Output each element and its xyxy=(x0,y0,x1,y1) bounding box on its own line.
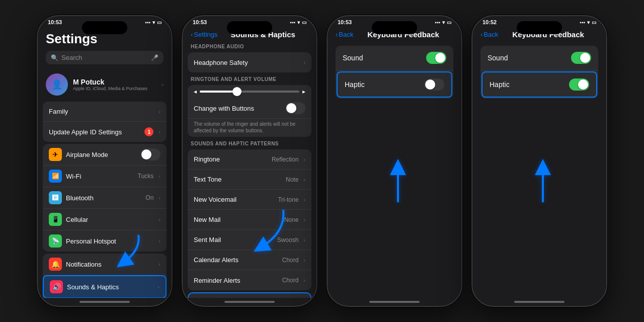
calendar-alerts-item[interactable]: Calendar Alerts Chord › xyxy=(188,250,311,270)
back-button-3[interactable]: ‹ Back xyxy=(336,31,353,38)
kf-section-4: Sound Haptic xyxy=(480,46,598,99)
signal-icon-4: ▪▪▪ xyxy=(580,20,585,25)
home-indicator-3 xyxy=(369,301,420,303)
calendar-alerts-chevron: › xyxy=(303,257,305,263)
new-voicemail-value: Tri-tone xyxy=(278,196,298,203)
change-with-buttons-item[interactable]: Change with Buttons xyxy=(188,98,311,119)
hotspot-icon: 📡 xyxy=(49,234,62,248)
keyboard-feedback-highlighted[interactable]: Keyboard Feedback Sound › xyxy=(188,292,311,298)
hotspot-chevron: › xyxy=(158,238,160,244)
reminder-alerts-value: Chord xyxy=(282,277,299,284)
time-2: 10:53 xyxy=(193,19,207,25)
new-voicemail-chevron: › xyxy=(303,197,305,203)
blue-arrow-3 xyxy=(378,157,418,207)
update-badge: 1 xyxy=(144,127,153,136)
family-label: Family xyxy=(49,108,153,115)
phone-3: 10:53 ▪▪▪ ▾ ▭ ‹ Back Keyboard Feedback S… xyxy=(327,15,462,307)
headphone-safety-chevron: › xyxy=(303,59,305,65)
headphone-safety-label: Headphone Safety xyxy=(194,59,298,66)
status-icons-1: ▪▪▪ ▾ ▭ xyxy=(145,20,162,25)
change-buttons-toggle[interactable] xyxy=(285,102,305,114)
ringtone-label: Ringtone xyxy=(194,155,268,163)
haptic-row-4[interactable]: Haptic xyxy=(482,72,596,97)
bluetooth-item[interactable]: 🅱 Bluetooth On › xyxy=(43,187,167,209)
kf-screen-4: Sound Haptic xyxy=(472,46,606,99)
wifi-chevron: › xyxy=(158,173,160,179)
sound-row-3[interactable]: Sound xyxy=(336,46,453,70)
family-section: Family › Update Apple ID Settings 1 › xyxy=(43,102,167,142)
vol-high-icon: ▸ xyxy=(302,88,305,95)
volume-fill xyxy=(200,91,234,93)
sound-row-4[interactable]: Sound xyxy=(480,46,598,70)
sound-toggle-3[interactable] xyxy=(426,52,446,64)
cellular-icon: 📱 xyxy=(49,213,62,226)
profile-info: M Potuck Apple ID, iCloud, Media & Purch… xyxy=(73,78,155,91)
haptic-label-3: Haptic xyxy=(345,80,420,89)
new-voicemail-item[interactable]: New Voicemail Tri-tone › xyxy=(188,190,311,210)
family-item[interactable]: Family › xyxy=(43,102,167,122)
haptic-row-3[interactable]: Haptic xyxy=(338,72,451,97)
wifi-value: Tucks xyxy=(138,173,154,180)
kf-screen-3: Sound Haptic xyxy=(328,46,461,99)
volume-slider[interactable] xyxy=(200,91,299,93)
haptic-highlighted-4: Haptic xyxy=(481,71,597,98)
new-mail-chevron: › xyxy=(303,217,305,223)
profile-chevron: › xyxy=(162,82,164,88)
haptic-label-4: Haptic xyxy=(490,80,565,89)
phone-1: 10:53 ▪▪▪ ▾ ▭ Settings 🔍 Search 🎤 👤 M Po… xyxy=(37,15,173,307)
screen-1: Settings 🔍 Search 🎤 👤 M Potuck Apple ID,… xyxy=(38,26,172,298)
ringtone-vol-header: RINGTONE AND ALERT VOLUME xyxy=(183,74,316,83)
cellular-item[interactable]: 📱 Cellular › xyxy=(43,209,167,230)
airplane-mode-icon: ✈ xyxy=(49,148,62,161)
cellular-chevron: › xyxy=(158,216,160,222)
sound-knob-3 xyxy=(435,53,445,63)
wifi-icon: 📶 xyxy=(49,170,62,183)
text-tone-item[interactable]: Text Tone Note › xyxy=(188,170,311,190)
search-bar[interactable]: 🔍 Search 🎤 xyxy=(46,51,164,64)
family-chevron: › xyxy=(158,109,160,115)
text-tone-value: Note xyxy=(286,176,298,183)
airplane-mode-item[interactable]: ✈ Airplane Mode xyxy=(43,144,167,166)
back-button-4[interactable]: ‹ Back xyxy=(480,31,498,38)
volume-slider-row[interactable]: ◂ ▸ xyxy=(188,85,311,98)
dynamic-island-4 xyxy=(517,21,562,34)
sound-label-3: Sound xyxy=(343,54,422,62)
volume-thumb[interactable] xyxy=(232,87,242,96)
update-item[interactable]: Update Apple ID Settings 1 › xyxy=(43,122,167,142)
home-indicator-2 xyxy=(224,301,275,303)
vol-low-icon: ◂ xyxy=(194,88,197,95)
bluetooth-icon: 🅱 xyxy=(49,191,62,204)
status-icons-3: ▪▪▪ ▾ ▭ xyxy=(435,20,451,25)
sounds-haptics-item[interactable]: 🔊 Sounds & Haptics › xyxy=(43,275,167,298)
headphone-section: Headphone Safety › xyxy=(188,52,311,72)
mic-icon: 🎤 xyxy=(151,54,158,61)
haptic-highlighted-3: Haptic xyxy=(337,71,452,98)
headphone-safety-item[interactable]: Headphone Safety › xyxy=(188,52,311,72)
haptic-toggle-3[interactable] xyxy=(424,78,444,91)
ringtone-item[interactable]: Ringtone Reflection › xyxy=(188,149,311,170)
bluetooth-value: On xyxy=(145,194,153,201)
blue-arrow-2 xyxy=(243,207,293,253)
profile-row[interactable]: 👤 M Potuck Apple ID, iCloud, Media & Pur… xyxy=(38,69,172,100)
time-4: 10:52 xyxy=(482,19,497,25)
update-label: Update Apple ID Settings xyxy=(49,128,140,136)
blue-arrow-4 xyxy=(523,157,563,207)
sound-knob-4 xyxy=(580,53,590,63)
home-indicator-1 xyxy=(79,301,130,303)
ringtone-section: ◂ ▸ Change with Buttons The volume of th… xyxy=(188,85,311,137)
sound-toggle-4[interactable] xyxy=(571,52,591,64)
update-chevron: › xyxy=(158,129,160,135)
phone-4: 10:52 ▪▪▪ ▾ ▭ ‹ Back Keyboard Feedback S… xyxy=(471,15,607,307)
dynamic-island-2 xyxy=(227,21,272,34)
sounds-haptics-chevron: › xyxy=(157,284,159,290)
sound-label-4: Sound xyxy=(488,54,567,62)
wifi-item[interactable]: 📶 Wi-Fi Tucks › xyxy=(43,166,167,187)
airplane-mode-toggle[interactable] xyxy=(140,148,160,160)
reminder-alerts-item[interactable]: Reminder Alerts Chord › xyxy=(188,270,311,290)
back-button-2[interactable]: ‹ Settings xyxy=(191,31,217,38)
search-placeholder: Search xyxy=(61,54,82,61)
haptic-toggle-4[interactable] xyxy=(569,78,589,91)
wifi-icon-1: ▾ xyxy=(152,20,155,25)
keyboard-feedback-item[interactable]: Keyboard Feedback Sound › xyxy=(189,293,310,298)
battery-icon-3: ▭ xyxy=(447,20,451,25)
